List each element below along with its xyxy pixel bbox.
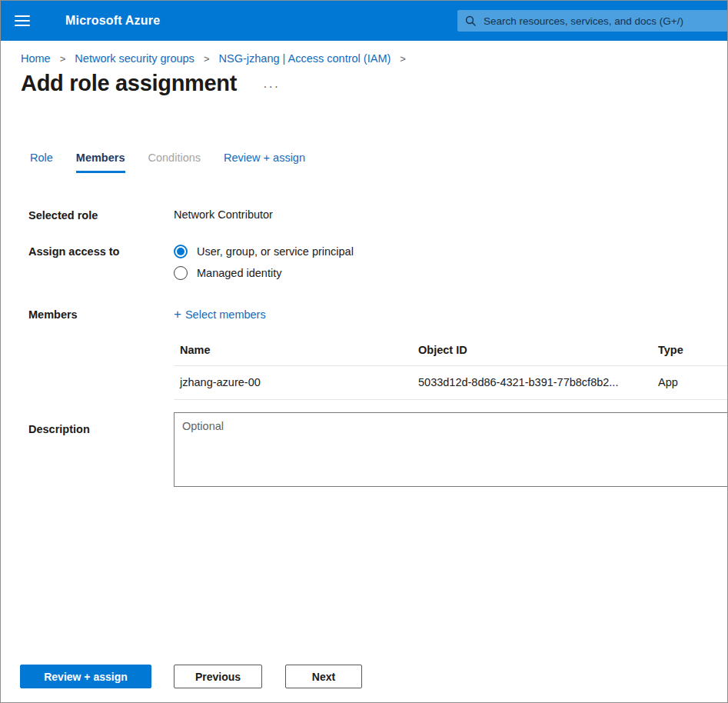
breadcrumb-separator: > (204, 53, 210, 65)
radio-managed-identity[interactable]: Managed identity (174, 266, 727, 280)
hamburger-menu-icon[interactable] (15, 15, 30, 26)
breadcrumb-network-security-groups[interactable]: Network security groups (75, 52, 194, 65)
column-header-name: Name (174, 338, 412, 365)
select-members-label: Select members (185, 308, 266, 321)
next-button[interactable]: Next (285, 665, 362, 688)
description-label: Description (28, 412, 174, 435)
members-table-header: Name Object ID Type (174, 338, 728, 366)
breadcrumb-separator: > (400, 53, 406, 65)
page-title-row: Add role assignment ··· (21, 71, 727, 96)
members-table: Name Object ID Type jzhang-azure-00 5033… (174, 338, 728, 400)
tab-members[interactable]: Members (76, 152, 125, 173)
column-header-type: Type (652, 338, 728, 365)
footer-action-bar: Review + assign Previous Next (1, 665, 727, 689)
radio-user-group-service-principal[interactable]: User, group, or service principal (174, 245, 727, 258)
radio-user-label: User, group, or service principal (197, 245, 354, 258)
tab-bar: Role Members Conditions Review + assign (30, 152, 727, 173)
plus-icon: + (174, 308, 181, 321)
selected-role-row: Selected role Network Contributor (28, 208, 727, 222)
radio-unselected-icon[interactable] (174, 266, 188, 280)
members-label: Members (28, 308, 174, 321)
member-object-id-cell: 5033d12d-8d86-4321-b391-77b8cf8b2... (412, 366, 652, 399)
description-input[interactable] (174, 412, 728, 487)
more-options-icon[interactable]: ··· (263, 80, 280, 94)
column-header-object-id: Object ID (412, 338, 652, 365)
select-members-link[interactable]: + Select members (174, 308, 266, 321)
members-table-row: Name Object ID Type jzhang-azure-00 5033… (28, 338, 727, 412)
breadcrumb: Home > Network security groups > NSG-jzh… (21, 52, 727, 65)
radio-managed-label: Managed identity (197, 267, 281, 279)
azure-portal-window: Microsoft Azure Home > Network security … (0, 0, 728, 703)
search-icon (465, 15, 476, 26)
table-row: jzhang-azure-00 5033d12d-8d86-4321-b391-… (174, 366, 728, 400)
breadcrumb-separator: > (60, 53, 66, 65)
page-title: Add role assignment (21, 71, 237, 96)
members-row: Members + Select members (28, 308, 727, 321)
member-name-cell: jzhang-azure-00 (174, 366, 412, 399)
global-search-box[interactable] (457, 10, 728, 32)
tab-conditions[interactable]: Conditions (148, 152, 201, 173)
breadcrumb-home[interactable]: Home (21, 52, 51, 65)
tab-review-assign[interactable]: Review + assign (224, 152, 305, 173)
topbar: Microsoft Azure (1, 1, 727, 41)
member-type-cell: App (652, 366, 728, 399)
previous-button[interactable]: Previous (174, 665, 262, 688)
global-search-input[interactable] (482, 15, 720, 28)
selected-role-label: Selected role (28, 208, 174, 222)
portal-brand[interactable]: Microsoft Azure (65, 14, 160, 28)
review-assign-button[interactable]: Review + assign (20, 665, 151, 688)
assign-access-label: Assign access to (28, 245, 174, 258)
breadcrumb-nsg-access-control[interactable]: NSG-jzhang | Access control (IAM) (219, 52, 391, 65)
radio-selected-icon[interactable] (174, 245, 188, 258)
tab-role[interactable]: Role (30, 152, 53, 173)
role-assignment-form: Selected role Network Contributor Assign… (28, 208, 727, 487)
members-table-spacer (28, 338, 174, 338)
assign-access-row: Assign access to User, group, or service… (28, 245, 727, 288)
description-row: Description (28, 412, 727, 487)
selected-role-value: Network Contributor (174, 208, 727, 221)
